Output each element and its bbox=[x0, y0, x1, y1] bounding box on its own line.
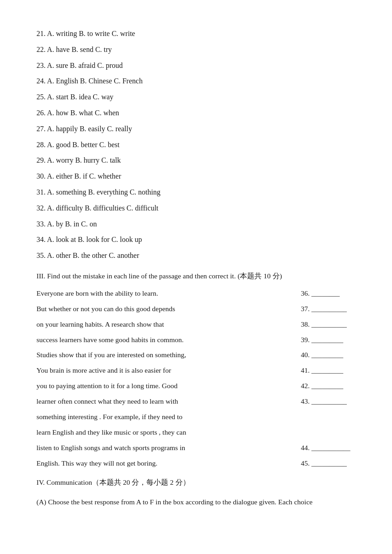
passage-row-3: success learners have some good habits i… bbox=[36, 333, 356, 346]
blank-2: 38. __________ bbox=[301, 318, 356, 331]
passage-row-1: But whether or not you can do this good … bbox=[36, 303, 356, 315]
passage-text-8: something interesting . For example, if … bbox=[36, 410, 301, 423]
passage-row-7: learner often connect what they need to … bbox=[36, 395, 356, 408]
section4-sub: (A) Choose the best response from A to F… bbox=[36, 496, 356, 508]
questions-section: 21. A. writing B. to write C. write22. A… bbox=[36, 27, 356, 262]
passage-text-0: Everyone are born with the ability to le… bbox=[36, 287, 301, 300]
question-line-30: 30. A. either B. if C. whether bbox=[36, 170, 356, 183]
question-line-29: 29. A. worry B. hurry C. talk bbox=[36, 154, 356, 167]
passage-row-6: you to paying attention to it for a long… bbox=[36, 380, 356, 392]
question-line-24: 24. A. English B. Chinese C. French bbox=[36, 75, 356, 88]
passage-row-4: Studies show that if you are interested … bbox=[36, 349, 356, 361]
passage-text-10: listen to English songs and watch sports… bbox=[36, 441, 301, 454]
passage-row-8: something interesting . For example, if … bbox=[36, 410, 356, 423]
blank-1: 37. __________ bbox=[301, 303, 356, 315]
passage-row-5: You brain is more active and it is also … bbox=[36, 364, 356, 377]
passage-row-10: listen to English songs and watch sports… bbox=[36, 441, 356, 454]
blank-7: 43. __________ bbox=[301, 395, 356, 408]
section4-header: IV. Communication（本题共 20 分，每小题 2 分） bbox=[36, 476, 356, 489]
question-line-28: 28. A. good B. better C. best bbox=[36, 138, 356, 152]
question-line-23: 23. A. sure B. afraid C. proud bbox=[36, 59, 356, 72]
question-line-26: 26. A. how B. what C. when bbox=[36, 107, 356, 120]
passage-row-9: learn English and they like music or spo… bbox=[36, 426, 356, 439]
blank-0: 36. ________ bbox=[301, 287, 356, 300]
blank-4: 40. _________ bbox=[301, 349, 356, 361]
passage-text-2: on your learning habits. A research show… bbox=[36, 318, 301, 331]
passage-text-11: English. This way they will not get bori… bbox=[36, 457, 301, 470]
question-line-33: 33. A. by B. in C. on bbox=[36, 218, 356, 231]
blank-6: 42. _________ bbox=[301, 380, 356, 392]
passage-row-0: Everyone are born with the ability to le… bbox=[36, 287, 356, 300]
blank-11: 45. __________ bbox=[301, 457, 356, 470]
question-line-21: 21. A. writing B. to write C. write bbox=[36, 27, 356, 41]
passage-text-1: But whether or not you can do this good … bbox=[36, 303, 301, 315]
section3-header: III. Find out the mistake in each line o… bbox=[36, 270, 356, 282]
passage-text-5: You brain is more active and it is also … bbox=[36, 364, 301, 377]
passage-text-4: Studies show that if you are interested … bbox=[36, 349, 301, 361]
question-line-32: 32. A. difficulty B. difficulties C. dif… bbox=[36, 202, 356, 215]
question-line-25: 25. A. start B. idea C. way bbox=[36, 91, 356, 104]
passage-text-9: learn English and they like music or spo… bbox=[36, 426, 301, 439]
passage-text-7: learner often connect what they need to … bbox=[36, 395, 301, 408]
passage-row-2: on your learning habits. A research show… bbox=[36, 318, 356, 331]
question-line-35: 35. A. other B. the other C. another bbox=[36, 249, 356, 262]
question-line-22: 22. A. have B. send C. try bbox=[36, 43, 356, 56]
blank-10: 44. ___________ bbox=[301, 441, 356, 454]
question-line-31: 31. A. something B. everything C. nothin… bbox=[36, 186, 356, 199]
blank-3: 39. _________ bbox=[301, 333, 356, 346]
blank-5: 41. _________ bbox=[301, 364, 356, 377]
passage-text-6: you to paying attention to it for a long… bbox=[36, 380, 301, 392]
question-line-27: 27. A. happily B. easily C. really bbox=[36, 123, 356, 136]
question-line-34: 34. A. look at B. look for C. look up bbox=[36, 233, 356, 246]
section4: IV. Communication（本题共 20 分，每小题 2 分）(A) C… bbox=[36, 476, 356, 509]
passage-row-11: English. This way they will not get bori… bbox=[36, 457, 356, 470]
passage-text-3: success learners have some good habits i… bbox=[36, 333, 301, 346]
section3: III. Find out the mistake in each line o… bbox=[36, 270, 356, 470]
